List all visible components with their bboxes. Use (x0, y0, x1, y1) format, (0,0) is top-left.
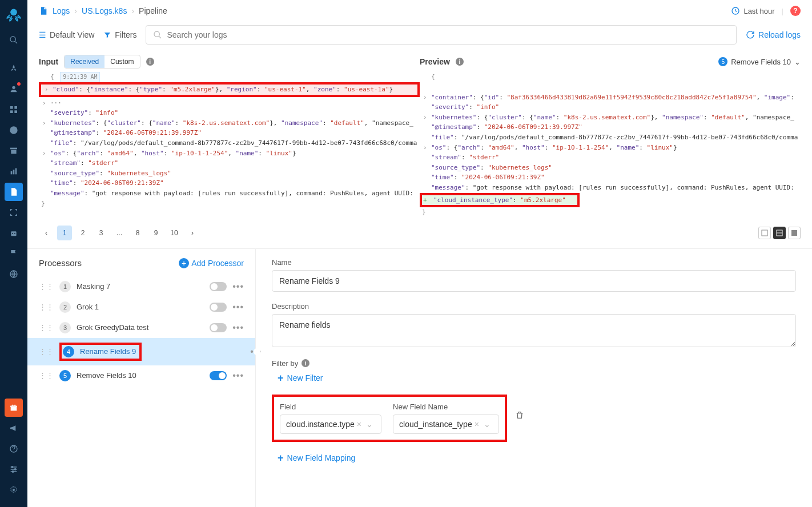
enable-toggle[interactable] (210, 371, 227, 380)
field-label: Field (280, 403, 381, 411)
drag-handle-icon[interactable]: ⋮⋮ (39, 347, 54, 356)
svg-point-14 (12, 233, 13, 234)
name-input[interactable] (272, 270, 796, 292)
svg-point-7 (10, 126, 17, 134)
chevron-right-icon[interactable]: › (42, 118, 46, 128)
breadcrumb-app[interactable]: US.Logs.k8s (82, 6, 127, 15)
chevron-right-icon[interactable]: › (423, 143, 427, 153)
search-icon[interactable] (5, 31, 23, 49)
page-10[interactable]: 10 (167, 226, 182, 240)
globe-icon[interactable] (5, 265, 23, 283)
processor-row[interactable]: ⋮⋮ 5 Remove Fields 10 ••• (27, 365, 255, 386)
add-processor-button[interactable]: + Add Processor (179, 258, 244, 268)
preview-processor-selector[interactable]: 5 Remove Fields 10 ⌄ (718, 57, 801, 66)
more-icon[interactable]: ••• (232, 323, 244, 333)
processors-title: Processors (39, 258, 82, 268)
page-2[interactable]: 2 (75, 226, 90, 240)
page-8[interactable]: 8 (130, 226, 145, 240)
delete-mapping-button[interactable] (515, 411, 524, 420)
tab-received[interactable]: Received (65, 55, 104, 68)
more-icon[interactable]: ••• (232, 302, 244, 312)
processor-row[interactable]: ⋮⋮ 2 Grok 1 ••• (27, 297, 255, 317)
svg-rect-17 (11, 407, 17, 411)
svg-rect-10 (11, 171, 13, 174)
svg-rect-3 (10, 106, 13, 109)
svg-point-25 (154, 31, 159, 37)
gift-icon[interactable] (5, 399, 23, 417)
chevron-right-icon[interactable]: › (42, 98, 46, 108)
filter-label: Filter by (272, 359, 298, 368)
clear-icon[interactable]: × (472, 420, 481, 429)
archive-icon[interactable] (5, 142, 23, 160)
description-input[interactable] (272, 314, 796, 347)
enable-toggle[interactable] (210, 303, 227, 312)
layout-single-icon[interactable] (758, 227, 771, 239)
chevron-right-icon[interactable]: › (423, 112, 427, 123)
new-field-select[interactable]: cloud_instance_type × ⌄ (393, 415, 499, 434)
sliders-icon[interactable] (5, 460, 23, 478)
layout-stack-icon[interactable] (788, 227, 801, 239)
menu-icon: ☰ (39, 30, 46, 39)
chevron-down-icon[interactable]: ⌄ (481, 420, 493, 429)
page-1[interactable]: 1 (57, 226, 72, 240)
scan-icon[interactable] (5, 203, 23, 222)
more-icon[interactable]: ••• (232, 281, 244, 292)
more-icon[interactable]: ••• (232, 371, 244, 381)
svg-point-15 (14, 233, 15, 234)
field-select[interactable]: cloud.instance.type × ⌄ (280, 415, 381, 434)
help-icon[interactable] (5, 440, 23, 458)
layout-split-icon[interactable] (773, 227, 786, 239)
app-logo[interactable] (5, 6, 23, 24)
robot-icon[interactable] (5, 224, 23, 242)
enable-toggle[interactable] (210, 282, 227, 291)
help-badge[interactable]: ? (790, 6, 801, 16)
chevron-down-icon: ⌄ (794, 58, 801, 66)
drag-handle-icon[interactable]: ⋮⋮ (39, 323, 54, 332)
plus-icon: + (423, 195, 427, 206)
new-filter-button[interactable]: + New Filter (278, 372, 796, 384)
page-prev[interactable]: ‹ (39, 226, 54, 240)
chevron-right-icon[interactable]: › (45, 84, 49, 95)
info-icon[interactable] (5, 121, 23, 139)
processor-row[interactable]: ⋮⋮ 3 Grok GreedyData test ••• (27, 317, 255, 338)
new-field-mapping-button[interactable]: + New Field Mapping (278, 452, 796, 464)
default-view-button[interactable]: ☰ Default View (39, 30, 94, 39)
page-3[interactable]: 3 (94, 226, 108, 240)
filters-button[interactable]: Filters (103, 30, 136, 39)
info-icon[interactable]: i (456, 58, 464, 66)
flag-icon[interactable] (5, 244, 23, 263)
file-icon[interactable] (5, 183, 23, 201)
input-title: Input (39, 57, 58, 66)
time-range-picker[interactable]: Last hour (731, 6, 774, 15)
search-input[interactable] (167, 30, 729, 39)
left-nav (0, 0, 27, 507)
enable-toggle[interactable] (210, 323, 227, 332)
search-input-wrapper[interactable] (146, 25, 737, 45)
drag-handle-icon[interactable]: ⋮⋮ (39, 371, 54, 380)
page-9[interactable]: 9 (148, 226, 163, 240)
chevron-right-icon[interactable]: › (42, 148, 46, 159)
svg-rect-5 (10, 110, 13, 113)
users-icon[interactable] (5, 80, 23, 98)
breadcrumb-logs[interactable]: Logs (53, 6, 70, 15)
processor-row-active[interactable]: ⋮⋮ 4 Rename Fields 9 ••• (27, 338, 255, 365)
info-icon[interactable]: i (302, 359, 309, 367)
grid-icon[interactable] (5, 100, 23, 119)
processor-row[interactable]: ⋮⋮ 1 Masking 7 ••• (27, 276, 255, 297)
svg-point-23 (13, 489, 15, 491)
reload-button[interactable]: Reload logs (746, 30, 801, 39)
processor-list: Processors + Add Processor ⋮⋮ 1 Masking … (27, 249, 256, 507)
settings-icon[interactable] (5, 481, 23, 499)
drag-handle-icon[interactable]: ⋮⋮ (39, 282, 54, 291)
info-icon[interactable]: i (146, 58, 154, 66)
chevron-right-icon[interactable]: › (423, 92, 427, 103)
tab-custom[interactable]: Custom (104, 55, 139, 68)
clear-icon[interactable]: × (355, 420, 364, 429)
megaphone-icon[interactable] (5, 419, 23, 437)
chevron-down-icon[interactable]: ⌄ (364, 420, 375, 429)
drag-handle-icon[interactable]: ⋮⋮ (39, 303, 54, 311)
rocket-icon[interactable] (5, 59, 23, 78)
page-next[interactable]: › (185, 226, 200, 240)
chart-icon[interactable] (5, 162, 23, 180)
processor-editor: Name Description Filter by i + New Filte… (256, 249, 812, 507)
